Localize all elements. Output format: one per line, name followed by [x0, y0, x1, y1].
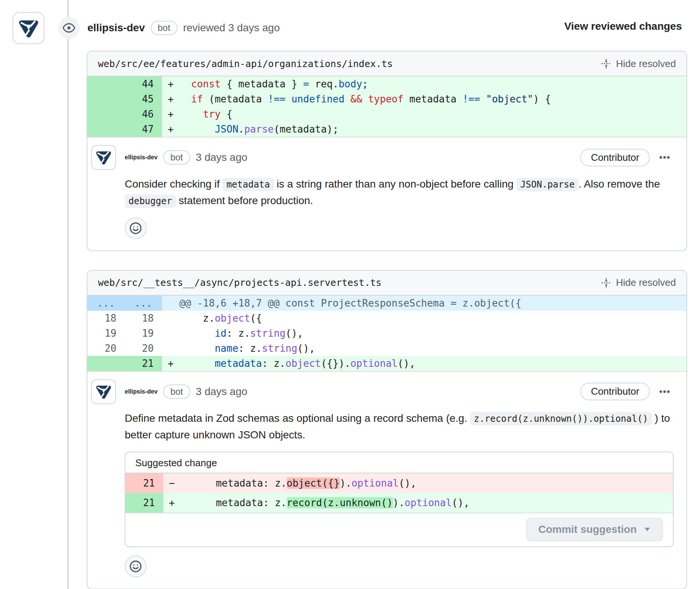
diff-sign	[162, 326, 179, 341]
diff-row: 45+ if (metadata !== undefined && typeof…	[87, 92, 686, 107]
diff-block: 44+ const { metadata } = req.body;45+ if…	[87, 76, 686, 137]
smiley-icon	[129, 560, 142, 573]
comment-header: ellipsis-dev bot 3 days ago Contributor	[125, 145, 674, 170]
diff-sign	[162, 311, 179, 326]
diff-sign: +	[162, 76, 179, 92]
commit-suggestion-label: Commit suggestion	[538, 523, 637, 536]
view-reviewed-changes-link[interactable]: View reviewed changes	[564, 20, 682, 32]
code-line: if (metadata !== undefined && typeof met…	[179, 92, 551, 107]
review-action-text: reviewed 3 days ago	[183, 22, 280, 34]
file-path: web/src/__tests__/async/projects-api.ser…	[98, 277, 382, 288]
code-line: const { metadata } = req.body;	[179, 76, 368, 92]
diff-sign	[162, 341, 179, 356]
line-number[interactable]: ...	[87, 296, 125, 311]
line-number[interactable]: 44	[125, 76, 162, 92]
suggested-change-block: Suggested change 21− metadata: z.object(…	[125, 452, 674, 547]
line-number[interactable]: 18	[125, 311, 162, 326]
line-number[interactable]: 19	[87, 326, 125, 341]
line-number[interactable]: 46	[125, 107, 162, 122]
diff-row: 1818 z.object({	[87, 311, 686, 326]
contributor-badge: Contributor	[580, 383, 650, 400]
file-path: web/src/ee/features/admin-api/organizati…	[98, 58, 393, 69]
line-number[interactable]	[87, 76, 125, 92]
eye-icon	[63, 21, 75, 34]
comment-author[interactable]: ellipsis-dev	[125, 388, 157, 395]
review-thread-card-1: web/src/ee/features/admin-api/organizati…	[87, 51, 687, 251]
line-number[interactable]: 45	[125, 92, 162, 107]
review-event-header: ellipsis-dev bot reviewed 3 days ago Vie…	[0, 0, 700, 51]
file-header: web/src/ee/features/admin-api/organizati…	[87, 52, 686, 76]
comment-menu-button[interactable]	[656, 383, 674, 401]
line-number[interactable]: 21	[125, 356, 162, 371]
line-number[interactable]	[87, 92, 125, 107]
comment-author[interactable]: ellipsis-dev	[125, 154, 157, 161]
fold-icon	[601, 278, 611, 288]
diff-row: 44+ const { metadata } = req.body;	[87, 76, 686, 92]
diff-sign: +	[162, 107, 179, 122]
line-number[interactable]: 21	[125, 473, 163, 493]
review-comment: ellipsis-dev bot 3 days ago Contributor …	[87, 137, 686, 250]
line-number[interactable]: 20	[125, 341, 162, 356]
suggested-change-title: Suggested change	[125, 452, 673, 473]
diff-sign: +	[163, 493, 180, 513]
comment-body: Define metadata in Zod schemas as option…	[125, 410, 674, 443]
diff-row: 21+ metadata: z.record(z.unknown()).opti…	[125, 493, 673, 513]
hide-resolved-button[interactable]: Hide resolved	[601, 58, 676, 70]
suggestion-diff: 21− metadata: z.object({}).optional(),21…	[125, 473, 673, 513]
code-line: try {	[179, 107, 232, 122]
code-line: name: z.string(),	[179, 341, 315, 356]
diff-sign: +	[162, 122, 179, 137]
comment-body: Consider checking if metadata is a strin…	[125, 176, 674, 209]
contributor-badge: Contributor	[580, 149, 650, 166]
code-line: z.object({	[179, 311, 262, 326]
diff-sign: −	[163, 473, 180, 493]
reviewer-avatar[interactable]	[12, 12, 44, 44]
smiley-icon	[129, 222, 142, 235]
file-header: web/src/__tests__/async/projects-api.ser…	[87, 271, 686, 296]
hide-resolved-button[interactable]: Hide resolved	[601, 277, 676, 288]
code-line: id: z.string(),	[179, 326, 303, 341]
diff-row: 47+ JSON.parse(metadata);	[87, 122, 686, 137]
code-line: metadata: z.object({}).optional(),	[180, 473, 416, 493]
review-thread-card-2: web/src/__tests__/async/projects-api.ser…	[87, 270, 687, 589]
diff-row: 1919 id: z.string(),	[87, 326, 686, 341]
code-line: JSON.parse(metadata);	[179, 122, 339, 137]
comment-timestamp[interactable]: 3 days ago	[196, 386, 248, 398]
line-number[interactable]: 21	[125, 493, 163, 513]
line-number[interactable]: 18	[87, 311, 125, 326]
ellipsis-logo	[95, 148, 113, 166]
inline-code: debugger	[125, 194, 176, 208]
inline-code: JSON.parse	[517, 178, 579, 191]
add-reaction-button[interactable]	[125, 555, 147, 577]
diff-row: 21− metadata: z.object({}).optional(),	[125, 473, 673, 493]
line-number[interactable]	[87, 107, 125, 122]
timeline-line	[67, 0, 69, 589]
line-number[interactable]: 20	[87, 341, 125, 356]
bot-badge: bot	[163, 385, 190, 399]
line-number[interactable]	[87, 356, 125, 371]
hide-resolved-label: Hide resolved	[616, 277, 676, 288]
add-reaction-button[interactable]	[125, 217, 147, 239]
comment-avatar[interactable]	[91, 379, 116, 404]
diff-sign: +	[162, 92, 179, 107]
suggestion-footer: Commit suggestion	[125, 513, 673, 546]
comment-menu-button[interactable]	[656, 148, 674, 166]
diff-block: ......@@ -18,6 +18,7 @@ const ProjectRes…	[87, 296, 686, 372]
line-number[interactable]: 47	[125, 122, 162, 137]
line-number[interactable]	[87, 122, 125, 137]
line-number[interactable]: ...	[125, 296, 162, 311]
review-badge	[58, 17, 80, 39]
review-header-text: ellipsis-dev bot reviewed 3 days ago	[87, 15, 280, 41]
comment-avatar[interactable]	[91, 145, 116, 170]
diff-row: 46+ try {	[87, 107, 686, 122]
commit-suggestion-button[interactable]: Commit suggestion	[526, 518, 663, 541]
code-line: metadata: z.object({}).optional(),	[179, 356, 415, 371]
bot-badge: bot	[151, 21, 177, 35]
pull-request-review-timeline: ellipsis-dev bot reviewed 3 days ago Vie…	[0, 0, 700, 589]
comment-timestamp[interactable]: 3 days ago	[196, 151, 248, 163]
kebab-icon	[659, 151, 671, 163]
ellipsis-logo	[17, 17, 40, 40]
inline-code: metadata	[223, 178, 274, 191]
line-number[interactable]: 19	[125, 326, 162, 341]
reviewer-name[interactable]: ellipsis-dev	[87, 22, 145, 34]
